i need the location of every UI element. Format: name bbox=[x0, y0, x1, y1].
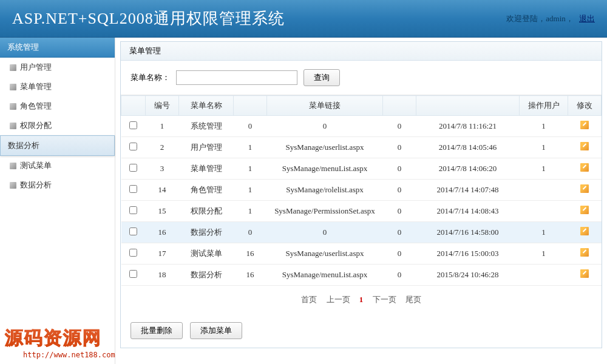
link-cell: SysManage/rolelist.aspx bbox=[267, 180, 383, 201]
time-cell: 2014/7/8 11:16:21 bbox=[416, 116, 520, 137]
page-icon bbox=[10, 163, 16, 169]
edit-icon[interactable] bbox=[580, 184, 589, 193]
column-header bbox=[383, 96, 416, 116]
edit-icon[interactable] bbox=[580, 269, 589, 278]
id-cell: 16 bbox=[146, 222, 179, 243]
logout-link[interactable]: 退出 bbox=[579, 14, 595, 23]
column-header: 菜单名称 bbox=[179, 96, 234, 116]
id-cell: 2 bbox=[146, 137, 179, 158]
user-cell: 1 bbox=[520, 158, 568, 180]
column-header: 修改 bbox=[568, 96, 602, 116]
user-cell bbox=[520, 265, 568, 286]
table-row: 17测试菜单16SysManage/userlist.aspx02014/7/1… bbox=[121, 243, 602, 265]
edit-cell bbox=[568, 265, 602, 286]
app-title: ASP.NET+SQL2008通用权限管理系统 bbox=[12, 8, 285, 29]
edit-cell bbox=[568, 222, 602, 243]
sidebar-item[interactable]: 权限分配 bbox=[0, 116, 115, 135]
row-checkbox[interactable] bbox=[129, 206, 137, 214]
pager-first[interactable]: 首页 bbox=[301, 295, 317, 304]
username: admin bbox=[546, 14, 566, 23]
col2-cell: 0 bbox=[383, 180, 416, 201]
page-icon bbox=[10, 84, 16, 90]
search-label: 菜单名称： bbox=[131, 72, 170, 83]
time-cell: 2014/7/14 14:07:48 bbox=[416, 180, 520, 201]
id-cell: 17 bbox=[146, 243, 179, 265]
user-cell bbox=[520, 180, 568, 201]
row-checkbox[interactable] bbox=[129, 121, 137, 129]
column-header: 编号 bbox=[146, 96, 179, 116]
col1-cell: 16 bbox=[234, 243, 267, 265]
main-content: 菜单管理 菜单名称： 查询 编号菜单名称菜单链接操作用户修改 1系统管理0002… bbox=[115, 38, 607, 364]
name-cell: 权限分配 bbox=[179, 201, 234, 222]
link-cell: SysManage/PermissionSet.aspx bbox=[267, 201, 383, 222]
name-cell: 数据分析 bbox=[179, 265, 234, 286]
add-menu-button[interactable]: 添加菜单 bbox=[190, 322, 242, 339]
sidebar-item-label: 测试菜单 bbox=[20, 160, 52, 171]
col2-cell: 0 bbox=[383, 158, 416, 180]
edit-icon[interactable] bbox=[580, 121, 589, 129]
link-cell: 0 bbox=[267, 116, 383, 137]
batch-delete-button[interactable]: 批量删除 bbox=[131, 322, 183, 339]
sidebar-group-header[interactable]: 系统管理 bbox=[0, 38, 115, 58]
link-cell: SysManage/userlist.aspx bbox=[267, 137, 383, 158]
col1-cell: 0 bbox=[234, 116, 267, 137]
sidebar-item[interactable]: 用户管理 bbox=[0, 58, 115, 77]
name-cell: 用户管理 bbox=[179, 137, 234, 158]
name-cell: 角色管理 bbox=[179, 180, 234, 201]
search-bar: 菜单名称： 查询 bbox=[121, 61, 602, 95]
menu-name-input[interactable] bbox=[176, 70, 297, 85]
time-cell: 2014/7/16 14:58:00 bbox=[416, 222, 520, 243]
user-cell: 1 bbox=[520, 222, 568, 243]
edit-icon[interactable] bbox=[580, 248, 589, 257]
checkbox-cell bbox=[121, 180, 146, 201]
edit-icon[interactable] bbox=[580, 227, 589, 235]
sidebar-item-label: 菜单管理 bbox=[20, 81, 52, 92]
sidebar-item-label: 权限分配 bbox=[20, 120, 52, 131]
edit-icon[interactable] bbox=[580, 142, 589, 150]
link-cell: SysManage/userlist.aspx bbox=[267, 243, 383, 265]
sidebar-item[interactable]: 数据分析 bbox=[0, 175, 115, 195]
col1-cell: 1 bbox=[234, 201, 267, 222]
column-header bbox=[234, 96, 267, 116]
sidebar-item-label: 角色管理 bbox=[20, 101, 52, 112]
row-checkbox[interactable] bbox=[129, 249, 137, 257]
pager-next[interactable]: 下一页 bbox=[373, 295, 396, 304]
checkbox-cell bbox=[121, 222, 146, 243]
row-checkbox[interactable] bbox=[129, 143, 137, 150]
edit-icon[interactable] bbox=[580, 163, 589, 172]
id-cell: 15 bbox=[146, 201, 179, 222]
sidebar-item[interactable]: 菜单管理 bbox=[0, 77, 115, 96]
page-icon bbox=[10, 103, 16, 110]
pager-prev[interactable]: 上一页 bbox=[327, 295, 350, 304]
row-checkbox[interactable] bbox=[129, 164, 137, 172]
table-row: 15权限分配1SysManage/PermissionSet.aspx02014… bbox=[121, 201, 602, 222]
sidebar-item[interactable]: 角色管理 bbox=[0, 96, 115, 116]
user-cell bbox=[520, 201, 568, 222]
time-cell: 2014/7/8 14:06:20 bbox=[416, 158, 520, 180]
link-cell: 0 bbox=[267, 222, 383, 243]
column-header bbox=[416, 96, 520, 116]
checkbox-cell bbox=[121, 158, 146, 180]
id-cell: 18 bbox=[146, 265, 179, 286]
sidebar-item[interactable]: 测试菜单 bbox=[0, 156, 115, 175]
col1-cell: 1 bbox=[234, 180, 267, 201]
checkbox-cell bbox=[121, 137, 146, 158]
name-cell: 测试菜单 bbox=[179, 243, 234, 265]
col1-cell: 1 bbox=[234, 137, 267, 158]
row-checkbox[interactable] bbox=[129, 270, 137, 278]
row-checkbox[interactable] bbox=[129, 228, 137, 235]
panel-title: 菜单管理 bbox=[121, 42, 602, 61]
user-cell: 1 bbox=[520, 116, 568, 137]
edit-cell bbox=[568, 201, 602, 222]
edit-icon[interactable] bbox=[580, 206, 589, 214]
search-button[interactable]: 查询 bbox=[304, 69, 340, 86]
edit-cell bbox=[568, 137, 602, 158]
column-header: 操作用户 bbox=[520, 96, 568, 116]
checkbox-cell bbox=[121, 201, 146, 222]
row-checkbox[interactable] bbox=[129, 185, 137, 193]
col1-cell: 16 bbox=[234, 265, 267, 286]
table-row: 14角色管理1SysManage/rolelist.aspx02014/7/14… bbox=[121, 180, 602, 201]
sidebar-group-header[interactable]: 数据分析 bbox=[0, 135, 115, 156]
pager-last[interactable]: 尾页 bbox=[405, 295, 421, 304]
sidebar-item-label: 数据分析 bbox=[20, 180, 52, 190]
